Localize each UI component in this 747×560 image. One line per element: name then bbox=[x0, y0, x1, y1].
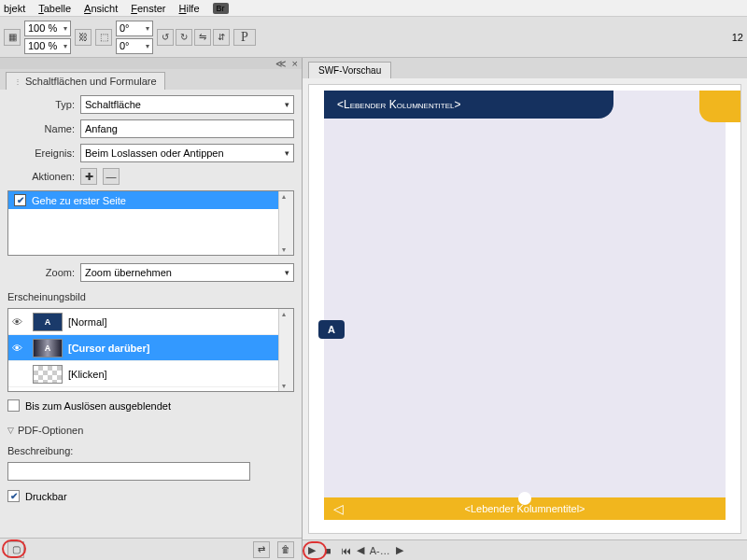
flip-h-icon[interactable]: ⇋ bbox=[194, 29, 211, 46]
swatch-hover: A bbox=[33, 339, 63, 357]
beschreibung-label: Beschreibung: bbox=[7, 445, 294, 456]
next-page-icon[interactable]: ▶ bbox=[396, 544, 403, 556]
action-list[interactable]: ✔ Gehe zu erster Seite bbox=[7, 190, 294, 256]
appearance-label: Erscheinungsbild bbox=[7, 291, 294, 302]
swatch-click bbox=[33, 365, 63, 384]
pdf-options-toggle[interactable]: PDF-Optionen bbox=[7, 425, 294, 436]
menu-ansicht[interactable]: Ansicht bbox=[84, 3, 118, 14]
name-label: Name: bbox=[7, 123, 75, 134]
flip-v-icon[interactable]: ⇵ bbox=[213, 29, 230, 46]
aktionen-label: Aktionen: bbox=[7, 171, 75, 182]
fit-icon[interactable]: ⬚ bbox=[95, 29, 112, 46]
druckbar-label: Druckbar bbox=[25, 491, 67, 502]
action-item-goto-first[interactable]: ✔ Gehe zu erster Seite bbox=[8, 191, 293, 209]
trash-icon[interactable]: 🗑 bbox=[277, 541, 294, 558]
preview-icon[interactable]: ▢ bbox=[7, 541, 24, 558]
scrollbar[interactable] bbox=[278, 309, 293, 391]
zoom-select[interactable]: Zoom übernehmen bbox=[80, 263, 294, 282]
running-header: <Lebender Kolumnentitel> bbox=[324, 91, 613, 119]
name-input[interactable]: Anfang bbox=[80, 119, 294, 138]
menu-hilfe[interactable]: Hilfe bbox=[179, 3, 200, 14]
zoom-y[interactable]: 100 % bbox=[24, 38, 71, 54]
panel-tab[interactable]: ⋮Schaltflächen und Formulare bbox=[6, 72, 165, 90]
appearance-list: 👁 A [Normal] 👁 A [Cursor darüber] [Klick… bbox=[7, 308, 294, 392]
rotate-ccw-icon[interactable]: ↺ bbox=[157, 29, 174, 46]
swf-preview-tab[interactable]: SWF-Vorschau bbox=[308, 62, 391, 78]
transform-icons: ↺ ↻ ⇋ ⇵ bbox=[157, 29, 230, 46]
first-page-icon[interactable]: ⏮ bbox=[341, 545, 351, 556]
state-hover[interactable]: 👁 A [Cursor darüber] bbox=[8, 335, 293, 361]
eye-icon[interactable]: 👁 bbox=[12, 343, 27, 354]
druckbar-checkbox[interactable]: ✔ bbox=[7, 490, 20, 502]
state-normal[interactable]: 👁 A [Normal] bbox=[8, 309, 293, 335]
paragraph-icon[interactable]: P bbox=[233, 29, 256, 46]
running-footer: ◁ <Lebender Kolumnentitel> bbox=[324, 497, 726, 520]
scrollbar[interactable] bbox=[278, 191, 293, 255]
preview-canvas: <Lebender Kolumnentitel> A ◁ <Lebender K… bbox=[308, 84, 741, 534]
rotate-cw-icon[interactable]: ↻ bbox=[176, 29, 192, 46]
side-badge[interactable]: A bbox=[318, 320, 345, 339]
control-toolbar: ▦ 100 % 100 % ⛓ ⬚ 0° 0° ↺ ↻ ⇋ ⇵ P 12 bbox=[0, 17, 747, 58]
menu-objekt[interactable]: bjekt bbox=[4, 3, 25, 14]
panel-close-icon[interactable]: × bbox=[292, 58, 298, 69]
play-button[interactable]: ▶ bbox=[308, 544, 316, 556]
buttons-forms-panel: ≪ × ⋮Schaltflächen und Formulare Typ: Sc… bbox=[0, 58, 303, 560]
typ-label: Typ: bbox=[7, 99, 75, 110]
hide-until-trigger-label: Bis zum Auslösen ausgeblendet bbox=[25, 400, 171, 412]
shear-deg[interactable]: 0° bbox=[116, 38, 153, 54]
menu-bar: bjekt Tabelle Ansicht Fenster Hilfe Br bbox=[0, 0, 747, 17]
ereignis-select[interactable]: Beim Loslassen oder Antippen bbox=[80, 144, 294, 162]
swatch-normal: A bbox=[33, 313, 63, 331]
rotate-deg[interactable]: 0° bbox=[116, 21, 153, 36]
hide-until-trigger-checkbox[interactable] bbox=[7, 399, 20, 412]
preview-controls: ▶ ■ ⏮ ◀ A-… ▶ bbox=[303, 539, 747, 560]
prev-page-icon[interactable]: ◀ bbox=[357, 544, 364, 556]
grip-icon: ⋮ bbox=[14, 77, 21, 86]
toolbar-right-num: 12 bbox=[732, 32, 743, 43]
eye-icon[interactable]: 👁 bbox=[12, 316, 27, 328]
yellow-corner bbox=[699, 91, 740, 122]
beschreibung-input[interactable] bbox=[7, 462, 250, 481]
tool-icon[interactable]: ▦ bbox=[4, 29, 21, 46]
bridge-icon[interactable]: Br bbox=[213, 3, 229, 14]
menu-fenster[interactable]: Fenster bbox=[131, 3, 165, 14]
zoom-x[interactable]: 100 % bbox=[24, 21, 71, 36]
action-check-icon[interactable]: ✔ bbox=[14, 194, 26, 206]
zoom-label: Zoom: bbox=[7, 267, 75, 278]
link-icon[interactable]: ⛓ bbox=[75, 29, 92, 46]
panel-header-controls: ≪ × bbox=[0, 58, 302, 69]
page: <Lebender Kolumnentitel> A bbox=[324, 91, 726, 499]
remove-action-button[interactable]: — bbox=[103, 168, 120, 185]
page-navigator[interactable]: ⏮ ◀ A-… ▶ bbox=[341, 544, 403, 556]
footer-arrow-icon: ◁ bbox=[333, 501, 344, 516]
stop-button[interactable]: ■ bbox=[325, 545, 331, 556]
state-click[interactable]: [Klicken] bbox=[8, 361, 293, 387]
preview-area: SWF-Vorschau <Lebender Kolumnentitel> A … bbox=[303, 58, 747, 560]
ereignis-label: Ereignis: bbox=[7, 147, 75, 159]
convert-icon[interactable]: ⇄ bbox=[253, 541, 270, 558]
menu-tabelle[interactable]: Tabelle bbox=[38, 3, 71, 14]
panel-footer: ▢ ⇄ 🗑 bbox=[0, 538, 302, 560]
panel-collapse-icon[interactable]: ≪ bbox=[275, 58, 287, 70]
add-action-button[interactable]: ✚ bbox=[80, 168, 97, 185]
typ-select[interactable]: Schaltfläche bbox=[80, 95, 294, 114]
